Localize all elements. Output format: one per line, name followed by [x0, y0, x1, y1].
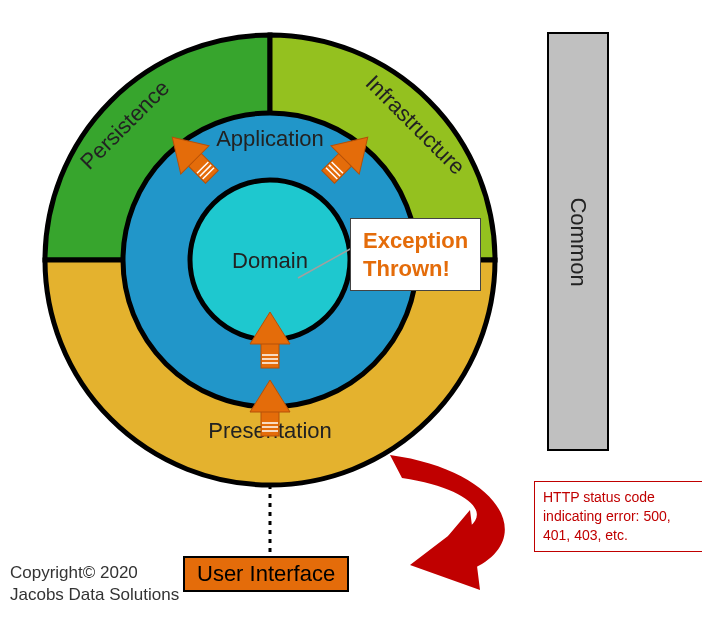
- copyright: Copyright© 2020 Jacobs Data Solutions: [10, 562, 179, 606]
- svg-marker-20: [410, 510, 480, 590]
- label-common: Common: [565, 197, 591, 286]
- label-domain: Domain: [232, 248, 308, 273]
- copyright-line2: Jacobs Data Solutions: [10, 584, 179, 606]
- exception-line2: Thrown!: [363, 255, 468, 283]
- http-status-text: HTTP status code indicating error: 500, …: [543, 489, 671, 543]
- copyright-line1: Copyright© 2020: [10, 562, 179, 584]
- label-application: Application: [216, 126, 324, 151]
- user-interface-label: User Interface: [197, 561, 335, 586]
- http-status-box: HTTP status code indicating error: 500, …: [534, 481, 702, 552]
- red-curve-arrow: [390, 455, 505, 590]
- user-interface-box: User Interface: [183, 556, 349, 592]
- exception-callout: Exception Thrown!: [350, 218, 481, 291]
- diagram-stage: Persistence Infrastructure Presentation …: [0, 0, 702, 620]
- common-bar: Common: [547, 32, 609, 451]
- exception-line1: Exception: [363, 227, 468, 255]
